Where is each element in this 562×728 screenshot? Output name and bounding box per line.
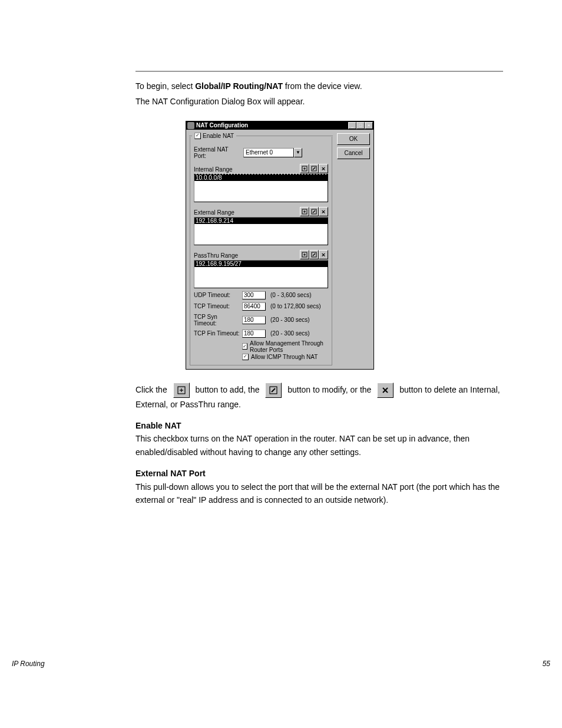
buttons-description: Click the button to add, the button to m… (135, 383, 503, 411)
system-icon (187, 122, 194, 129)
internal-modify-button[interactable] (309, 164, 319, 173)
passthru-modify-button[interactable] (309, 250, 319, 259)
list-item[interactable]: 10.0.0.0/8 (194, 174, 328, 181)
dialog-title: NAT Configuration (196, 122, 348, 129)
external-port-label: External NAT Port: (194, 146, 241, 159)
dialog-titlebar: NAT Configuration _ □ × (186, 121, 373, 130)
tcp-fin-timeout-label: TCP Fin Timeout: (194, 330, 240, 337)
passthru-range-list[interactable]: 192.168.9.195/27 (194, 260, 328, 288)
maximize-icon[interactable]: □ (356, 122, 365, 129)
footer-section: IP Routing (12, 660, 45, 668)
internal-delete-button[interactable]: × (319, 164, 328, 173)
tcp-fin-timeout-input[interactable] (242, 330, 266, 338)
chevron-down-icon[interactable]: ▼ (294, 148, 302, 157)
allow-mgmt-label: Allow Management Through Router Ports (250, 340, 328, 353)
tcp-syn-timeout-hint: (20 - 300 secs) (270, 317, 310, 323)
list-item[interactable]: 192.168.9.214 (194, 218, 328, 224)
external-add-button[interactable] (300, 207, 309, 216)
internal-add-button[interactable] (300, 164, 309, 173)
tcp-syn-timeout-label: TCP Syn Timeout: (194, 314, 240, 327)
allow-icmp-label: Allow ICMP Through NAT (251, 354, 318, 360)
external-modify-button[interactable] (309, 207, 319, 216)
close-icon[interactable]: × (365, 122, 373, 129)
intro-suffix: from the device view. (283, 81, 362, 91)
svg-line-9 (313, 210, 315, 213)
allow-mgmt-checkbox[interactable]: ✓ (242, 343, 247, 350)
tcp-timeout-hint: (0 to 172,800 secs) (270, 303, 321, 309)
cancel-button[interactable]: Cancel (337, 147, 370, 159)
add-icon (173, 383, 190, 398)
internal-range-list[interactable]: 10.0.0.0/8 (194, 174, 328, 202)
intro-prefix: To begin, select (135, 81, 195, 91)
tcp-fin-timeout-hint: (20 - 300 secs) (270, 330, 310, 337)
internal-range-label: Internal Range (194, 166, 300, 173)
external-port-select[interactable]: Ethernet 0 ▼ (243, 148, 302, 157)
external-range-label: External Range (194, 209, 300, 216)
svg-line-14 (313, 253, 315, 256)
enable-nat-paragraph: Enable NAT This checkbox turns on the NA… (135, 419, 503, 459)
footer-page-number: 55 (543, 660, 550, 668)
list-item[interactable]: 192.168.9.195/27 (194, 261, 328, 267)
enable-nat-label: Enable NAT (203, 133, 234, 139)
intro-line2: The NAT Configuration Dialog Box will ap… (135, 95, 503, 107)
external-port-value: Ethernet 0 (243, 148, 294, 157)
nat-config-dialog: NAT Configuration _ □ × ✓ Enable NAT (186, 121, 374, 370)
minimize-icon[interactable]: _ (348, 122, 356, 129)
svg-line-4 (313, 167, 315, 170)
passthru-range-label: PassThru Range (194, 252, 300, 259)
allow-icmp-checkbox[interactable]: ✓ (242, 354, 249, 360)
delete-icon (377, 383, 394, 398)
modify-icon (265, 383, 282, 398)
enable-nat-checkbox[interactable]: ✓ (194, 133, 201, 139)
tcp-syn-timeout-input[interactable] (242, 316, 266, 324)
ok-button[interactable]: OK (337, 133, 370, 145)
udp-timeout-label: UDP Timeout: (194, 292, 240, 298)
intro-menu-path: Global/IP Routing/NAT (195, 81, 283, 91)
tcp-timeout-label: TCP Timeout: (194, 303, 240, 309)
svg-line-19 (272, 388, 275, 392)
udp-timeout-hint: (0 - 3,600 secs) (270, 292, 311, 298)
external-port-paragraph: External NAT Port This pull-down allows … (135, 467, 503, 506)
external-range-list[interactable]: 192.168.9.214 (194, 217, 328, 245)
passthru-delete-button[interactable]: × (319, 250, 328, 259)
external-delete-button[interactable]: × (319, 207, 328, 216)
passthru-add-button[interactable] (300, 250, 309, 259)
udp-timeout-input[interactable] (242, 291, 266, 299)
tcp-timeout-input[interactable] (242, 302, 266, 311)
